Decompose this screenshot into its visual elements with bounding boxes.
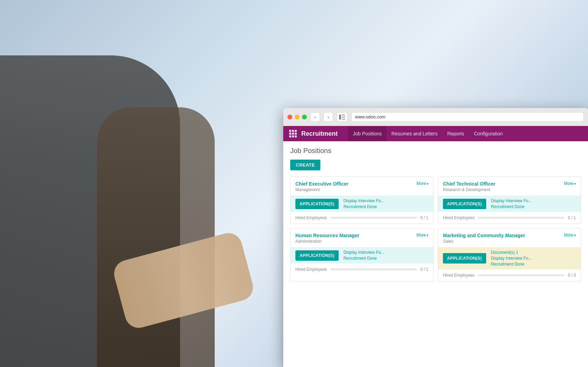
display-interview-link-cto[interactable]: Display Interview Fo... <box>491 198 532 203</box>
card-links-marketing: Document(s) 1 Display Interview Fo... Re… <box>491 250 532 267</box>
nav-item-reports[interactable]: Reports <box>442 126 469 141</box>
documents-link-marketing[interactable]: Document(s) 1 <box>491 250 532 255</box>
nav-item-configuration-label: Configuration <box>474 131 502 136</box>
card-dept-cto: Research & Development <box>443 187 495 192</box>
app-title: Recruitment <box>301 130 338 137</box>
card-links-cto: Display Interview Fo... Recruitment Done <box>491 198 532 209</box>
app-navigation: Recruitment Job Positions Resumes and Le… <box>283 126 588 141</box>
hired-label-cto: Hired Employees <box>443 215 474 220</box>
back-icon: ‹ <box>314 114 316 120</box>
card-dept-hr: Administration <box>295 239 359 244</box>
display-interview-link-ceo[interactable]: Display Interview Fo... <box>344 198 384 203</box>
more-button-marketing[interactable]: More ▾ <box>564 233 576 238</box>
page-title: Job Positions <box>290 147 581 155</box>
card-dept-ceo: Management <box>295 187 348 192</box>
progress-bar-marketing <box>478 274 564 276</box>
card-title-cto: Chief Technical Officer <box>443 181 495 187</box>
card-header-marketing: Marketing and Community Manager Sales Mo… <box>438 229 581 247</box>
close-button[interactable] <box>287 115 292 119</box>
card-footer-hr: Hired Employees 0 / 1 <box>291 263 433 275</box>
svg-rect-1 <box>342 115 345 115</box>
card-header-ceo: Chief Executive Officer Management More … <box>291 177 433 196</box>
more-button-hr[interactable]: More ▾ <box>417 233 428 238</box>
card-info-hr: Human Resources Manager Administration <box>295 233 359 244</box>
progress-bar-cto <box>478 217 564 219</box>
traffic-lights <box>287 115 307 119</box>
job-cards-grid: Chief Executive Officer Management More … <box>290 177 581 281</box>
svg-rect-0 <box>339 115 341 119</box>
card-info-ceo: Chief Executive Officer Management <box>295 181 348 192</box>
applications-button-ceo[interactable]: APPLICATION(S) <box>295 199 339 209</box>
more-button-cto[interactable]: More ▾ <box>564 181 576 186</box>
chevron-down-icon: ▾ <box>427 182 428 186</box>
maximize-button[interactable] <box>302 115 307 119</box>
card-body-cto: APPLICATION(S) Display Interview Fo... R… <box>438 196 581 212</box>
card-body-ceo: APPLICATION(S) Display Interview Fo... R… <box>291 196 433 212</box>
progress-bar-ceo <box>330 217 417 219</box>
nav-item-resumes[interactable]: Resumes and Letters <box>386 126 442 141</box>
hired-count-cto: 0 / 1 <box>568 215 576 220</box>
applications-button-cto[interactable]: APPLICATION(S) <box>443 199 486 209</box>
recruitment-done-link-ceo[interactable]: Recruitment Done <box>344 204 384 209</box>
forward-button[interactable]: › <box>323 112 333 122</box>
minimize-button[interactable] <box>295 115 300 119</box>
hired-count-marketing: 0 / 3 <box>568 273 576 278</box>
display-interview-link-hr[interactable]: Display Interview Fo... <box>344 250 384 255</box>
card-links-hr: Display Interview Fo... Recruitment Done <box>344 250 384 261</box>
forward-icon: › <box>328 114 329 120</box>
card-footer-marketing: Hired Employees 0 / 3 <box>438 269 581 281</box>
card-info-marketing: Marketing and Community Manager Sales <box>443 233 525 244</box>
card-title-marketing: Marketing and Community Manager <box>443 233 525 238</box>
card-title-ceo: Chief Executive Officer <box>295 181 348 187</box>
hired-count-ceo: 0 / 1 <box>420 215 428 220</box>
recruitment-done-link-cto[interactable]: Recruitment Done <box>491 204 532 209</box>
card-footer-ceo: Hired Employees 0 / 1 <box>291 212 433 224</box>
nav-item-job-positions[interactable]: Job Positions <box>348 126 386 141</box>
grid-icon <box>289 130 297 137</box>
chevron-down-icon: ▾ <box>574 233 576 237</box>
nav-item-job-positions-label: Job Positions <box>353 131 382 136</box>
nav-item-configuration[interactable]: Configuration <box>469 126 507 141</box>
recruitment-done-link-marketing[interactable]: Recruitment Done <box>491 262 532 267</box>
hired-label-marketing: Hired Employees <box>443 273 474 278</box>
recruitment-done-link-hr[interactable]: Recruitment Done <box>344 256 384 261</box>
nav-item-reports-label: Reports <box>447 131 464 136</box>
hired-count-hr: 0 / 1 <box>420 267 428 272</box>
url-bar[interactable]: www.odoo.com <box>351 112 584 122</box>
page-content: Job Positions CREATE Chief Executive Off… <box>283 141 588 367</box>
card-dept-marketing: Sales <box>443 239 525 244</box>
svg-rect-2 <box>342 117 345 117</box>
progress-bar-hr <box>330 268 417 270</box>
card-footer-cto: Hired Employees 0 / 1 <box>438 212 581 224</box>
job-card-cto: Chief Technical Officer Research & Devel… <box>438 177 581 224</box>
more-button-ceo[interactable]: More ▾ <box>417 181 428 186</box>
job-card-marketing: Marketing and Community Manager Sales Mo… <box>438 228 581 281</box>
create-button[interactable]: CREATE <box>290 160 320 170</box>
hired-label-hr: Hired Employees <box>295 267 327 272</box>
applications-button-hr[interactable]: APPLICATION(S) <box>295 250 339 261</box>
applications-button-marketing[interactable]: APPLICATION(S) <box>443 253 486 263</box>
sidebar-toggle-button[interactable] <box>337 112 348 122</box>
card-body-marketing: APPLICATION(S) Document(s) 1 Display Int… <box>438 247 581 269</box>
card-links-ceo: Display Interview Fo... Recruitment Done <box>344 198 384 209</box>
browser-chrome: ‹ › www.odoo.com <box>283 108 588 126</box>
bg-person-center <box>97 107 215 367</box>
card-title-hr: Human Resources Manager <box>295 233 359 238</box>
display-interview-link-marketing[interactable]: Display Interview Fo... <box>491 256 532 261</box>
browser-window: ‹ › www.odoo.com <box>283 108 588 367</box>
card-info-cto: Chief Technical Officer Research & Devel… <box>443 181 495 192</box>
hired-label-ceo: Hired Employees <box>295 215 327 220</box>
job-card-ceo: Chief Executive Officer Management More … <box>290 177 434 224</box>
chevron-down-icon: ▾ <box>427 233 428 237</box>
sidebar-icon <box>339 114 345 120</box>
card-header-hr: Human Resources Manager Administration M… <box>291 229 433 247</box>
nav-item-resumes-label: Resumes and Letters <box>391 131 437 136</box>
card-body-hr: APPLICATION(S) Display Interview Fo... R… <box>291 247 433 263</box>
nav-menu: Job Positions Resumes and Letters Report… <box>348 126 508 141</box>
svg-rect-3 <box>342 119 345 119</box>
apps-grid-button[interactable] <box>287 128 299 139</box>
url-text: www.odoo.com <box>355 114 385 119</box>
back-button[interactable]: ‹ <box>310 112 320 122</box>
job-card-hr: Human Resources Manager Administration M… <box>290 228 434 281</box>
card-header-cto: Chief Technical Officer Research & Devel… <box>438 177 581 196</box>
